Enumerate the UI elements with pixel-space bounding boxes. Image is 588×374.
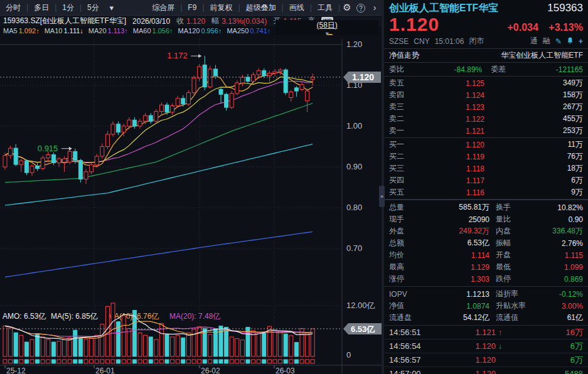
volume-bar: [57, 341, 61, 356]
bid-row-0[interactable]: 买一1.12011万: [384, 139, 588, 151]
stat-label: 振幅: [496, 238, 540, 248]
x-axis-label[interactable]: 26-02: [201, 366, 220, 374]
bid-row-4[interactable]: 买五1.1169万: [384, 186, 588, 198]
toolbar-item-1[interactable]: F9: [182, 0, 202, 16]
ma-legend-MA10: MA101.111↓: [45, 27, 83, 35]
tick-row-0[interactable]: 14:56:511.121↑16万: [384, 326, 588, 339]
toolbar-item-4[interactable]: 画线: [284, 0, 310, 16]
ma-label: MA120: [178, 27, 200, 35]
toolbar-item-5[interactable]: 工具: [312, 0, 338, 16]
nav-value-tab[interactable]: 净值走势 华宝创业板人工智能ETF: [384, 48, 588, 62]
direction-strip-cell: [159, 360, 163, 363]
bid-row-1[interactable]: 买二1.11976万: [384, 151, 588, 163]
tick-row-2[interactable]: 14:56:571.1206万: [384, 353, 588, 367]
direction-strip-cell: [235, 360, 239, 363]
stat-row-4: 均价1.114开盘1.115: [384, 249, 588, 261]
stat-value: 1.115: [540, 251, 583, 260]
nav-tab-label[interactable]: 净值走势: [389, 50, 419, 61]
tick-direction-icon: ↓: [496, 342, 505, 351]
ask-row-2[interactable]: 卖三1.123267万: [384, 101, 588, 113]
kline-chart[interactable]: 1.201.101.000.900.800.701.1720.9151.120A…: [0, 35, 382, 374]
stat-label: 升贴水率: [496, 301, 540, 311]
tick-row-3[interactable]: 14:57:001.1205488: [384, 367, 588, 374]
expand-chevron-icon[interactable]: ›: [368, 3, 382, 13]
stat-row-2: 外盘249.32万内盘336.48万: [384, 225, 588, 237]
change-value: +0.034: [507, 22, 538, 33]
top-toolbar: 分时|多日|1分|5分▾综合屏|F9|前复权|超级叠加|画线|工具|⚙?›: [0, 0, 382, 16]
ma-value: 1.092↑: [19, 27, 40, 35]
candle-body: [138, 121, 142, 126]
volume-bar: [138, 333, 142, 356]
kline-chart-svg[interactable]: 1.201.101.000.900.800.701.1720.9151.120A…: [0, 35, 382, 374]
level-price: 1.124: [415, 91, 484, 100]
x-axis-label[interactable]: 26-01: [95, 366, 115, 374]
stat-value: -0.12%: [540, 290, 583, 299]
help-icon[interactable]: ?: [354, 3, 368, 13]
candle-body: [240, 77, 244, 83]
level-price: 1.121: [415, 127, 484, 136]
pane-divider[interactable]: »: [382, 0, 384, 374]
stat-label: IOPV: [389, 290, 422, 299]
bid-row-3[interactable]: 买四1.1176万: [384, 174, 588, 186]
ask-row-3[interactable]: 卖二1.122455万: [384, 113, 588, 125]
stat-row-6: 涨停1.303跌停0.869: [384, 273, 588, 285]
volume-bar: [105, 306, 109, 356]
stat-row-1: 现手25090量比0.90: [384, 213, 588, 225]
trade-date: 2026/03/10: [132, 17, 170, 26]
ask-row-1[interactable]: 卖四1.124158万: [384, 89, 588, 101]
tab-1分[interactable]: 1分: [56, 0, 80, 16]
tick-row-1[interactable]: 14:56:541.120↓6万: [384, 339, 588, 353]
toolbar-item-0[interactable]: 综合屏: [146, 0, 180, 16]
level-volume: 11万: [568, 139, 583, 150]
volume-bar: [144, 335, 147, 356]
stat-value: 1.114: [422, 251, 489, 260]
quote-header: 创业板人工智能ETF华宝 159363 1.120 +0.034 +3.13% …: [384, 0, 588, 48]
level-label: 买五: [389, 187, 415, 198]
volume-bar: [284, 334, 287, 356]
stat-label: 内盘: [496, 226, 540, 237]
level-label: 卖二: [389, 114, 415, 124]
stat-value: 1.099: [540, 263, 583, 272]
ask-row-4[interactable]: 卖一1.121253万: [384, 125, 588, 137]
tab-分时[interactable]: 分时: [0, 0, 26, 16]
candle-body: [159, 105, 163, 111]
tab-5分[interactable]: 5分: [82, 0, 105, 16]
ma-label: MA20: [88, 27, 107, 35]
candle-body: [127, 120, 131, 126]
level-price: 1.119: [415, 152, 484, 161]
tick-price: 1.121: [433, 328, 496, 337]
candle-body: [41, 158, 45, 169]
x-axis-label[interactable]: 25-12: [6, 366, 26, 374]
period-dropdown-caret-icon[interactable]: ▾: [105, 3, 119, 13]
direction-strip-cell: [111, 360, 115, 363]
candle-body: [171, 106, 174, 112]
direction-strip-cell: [144, 360, 147, 363]
direction-strip-cell: [208, 360, 212, 363]
direction-strip-cell: [165, 360, 169, 363]
edit-pencil-icon[interactable]: ✎: [555, 37, 562, 46]
settings-gear-icon[interactable]: ⚙: [340, 2, 354, 13]
alert-bell-icon[interactable]: [567, 37, 574, 46]
stats-grid: 总量585.81万换手10.82%现手25090量比0.90外盘249.32万内…: [384, 199, 588, 286]
tick-volume: 5488: [565, 369, 583, 374]
time-sales-list[interactable]: 14:56:511.121↑16万14:56:541.120↓6万14:56:5…: [384, 325, 588, 374]
direction-strip-cell: [100, 360, 104, 363]
bid-row-2[interactable]: 买三1.11818万: [384, 163, 588, 174]
collapse-panel-handle[interactable]: »: [379, 186, 385, 207]
direction-strip-cell: [198, 360, 201, 363]
stat-label: 涨停: [389, 274, 422, 284]
toolbar-item-2[interactable]: 前复权: [205, 0, 238, 16]
period-selector[interactable]: (58日): [317, 20, 338, 31]
price-axis-tick: 1.00: [346, 121, 362, 131]
tab-多日[interactable]: 多日: [28, 0, 55, 16]
x-axis-label[interactable]: 26-03: [275, 366, 295, 374]
direction-strip-cell: [273, 360, 277, 363]
add-plus-icon[interactable]: +: [579, 37, 583, 46]
stat-value: 3.00%: [540, 302, 583, 311]
toolbar-item-3[interactable]: 超级叠加: [240, 0, 282, 16]
ask-row-0[interactable]: 卖五1.125349万: [384, 77, 588, 89]
candle-body: [219, 90, 223, 95]
tick-price: 1.120: [433, 341, 496, 351]
direction-strip-cell: [46, 360, 50, 363]
direction-strip-cell: [289, 360, 293, 363]
